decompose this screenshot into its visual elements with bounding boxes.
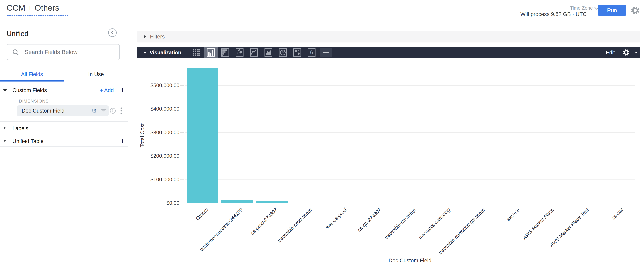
divider xyxy=(0,121,128,122)
more-options-icon xyxy=(322,48,330,57)
section-labels: Labels xyxy=(0,123,128,134)
chart-type-picker: 6 xyxy=(189,47,333,58)
x-axis-tick-label: aws-ce xyxy=(456,207,520,268)
expand-caret-icon[interactable] xyxy=(4,139,6,142)
page-title[interactable]: CCM + Others xyxy=(6,3,68,16)
viz-type-single-value[interactable]: 6 xyxy=(304,47,319,58)
app-root: CCM + Others Time Zone Will process 9.52… xyxy=(0,0,644,268)
section-label[interactable]: Custom Fields xyxy=(12,87,47,93)
info-icon[interactable] xyxy=(110,107,116,114)
expand-caret-icon xyxy=(144,35,146,38)
divider xyxy=(0,147,128,147)
y-axis-tick xyxy=(180,109,184,109)
search-icon xyxy=(12,49,20,56)
chevron-down-icon[interactable] xyxy=(635,52,638,54)
settings-gear-icon[interactable] xyxy=(630,6,640,15)
table-icon xyxy=(192,48,201,58)
x-axis-tick-label: ce-prod-274307 xyxy=(213,207,278,268)
visualization-settings-gear-icon[interactable] xyxy=(622,49,630,56)
area-chart-icon xyxy=(264,48,273,58)
collapse-caret-icon[interactable] xyxy=(3,89,7,91)
dimensions-group-label: DIMENSIONS xyxy=(19,98,48,104)
y-axis-tick xyxy=(180,156,184,156)
time-zone-label: Time Zone xyxy=(570,5,593,11)
chart-bar[interactable] xyxy=(256,201,288,203)
viz-type-bar-chart[interactable] xyxy=(204,47,218,58)
x-axis-tick-label: AWS Market Place xyxy=(490,207,555,268)
viz-type-horizontal-bar-chart[interactable] xyxy=(218,47,232,58)
svg-text:6: 6 xyxy=(310,49,313,56)
field-label: Doc Custom Field xyxy=(22,108,64,114)
gridline xyxy=(185,156,635,156)
y-axis-tick xyxy=(180,203,184,203)
search-input[interactable] xyxy=(24,45,116,60)
viz-type-scatter-plot[interactable] xyxy=(232,47,247,58)
divider xyxy=(0,133,128,133)
gridline xyxy=(185,180,635,180)
x-axis-tick-label: Others xyxy=(144,207,209,268)
horizontal-bar-chart-icon xyxy=(220,48,230,58)
section-unified-table: Unified Table 1 xyxy=(0,136,128,147)
gridline xyxy=(185,85,635,86)
viz-type-pie-chart[interactable] xyxy=(276,47,290,58)
x-axis-tick-label: customer-success-244100 xyxy=(178,207,244,268)
filters-panel-header[interactable]: Filters xyxy=(137,31,640,43)
time-zone-dropdown[interactable]: Time Zone xyxy=(570,5,599,11)
visualization-label[interactable]: Visualization xyxy=(150,50,181,56)
x-axis-tick-label: traceable-mirroring xyxy=(386,207,451,268)
map-icon xyxy=(292,48,302,58)
active-tab-underline xyxy=(0,80,64,81)
y-axis-title: Total Cost xyxy=(140,123,146,148)
kebab-menu-icon[interactable] xyxy=(120,107,122,115)
x-axis-tick-label: traceable-mirroring-qa-setup xyxy=(421,207,486,268)
run-button[interactable]: Run xyxy=(598,5,626,16)
gridline xyxy=(185,109,635,109)
x-axis-tick-label: ce-qa-274307 xyxy=(317,207,382,268)
line-chart-icon xyxy=(250,48,258,58)
scatter-plot-icon xyxy=(235,48,244,58)
viz-type-area-chart[interactable] xyxy=(261,47,276,58)
x-axis-title: Doc Custom Field xyxy=(388,257,432,264)
chart-bar[interactable] xyxy=(187,68,218,203)
single-value-icon: 6 xyxy=(307,48,316,58)
header: CCM + Others Time Zone Will process 9.52… xyxy=(0,0,644,23)
sidebar-title: Unified xyxy=(6,30,28,38)
bar-chart-icon xyxy=(206,48,216,58)
filters-label: Filters xyxy=(150,34,165,40)
x-axis-tick-label: ce-uat xyxy=(559,207,624,268)
x-axis-tick-label: aws-ce-prod xyxy=(282,207,348,268)
y-axis-tick xyxy=(180,132,184,133)
tab-all-fields[interactable]: All Fields xyxy=(0,68,64,81)
y-axis-tick xyxy=(180,85,184,86)
sidebar-tabs: All Fields In Use xyxy=(0,68,128,81)
edit-visualization-button[interactable]: Edit xyxy=(606,50,615,56)
gridline xyxy=(185,132,635,133)
section-label[interactable]: Unified Table xyxy=(12,138,44,145)
x-axis-tick-label: traceable-prod-setup xyxy=(248,207,313,268)
tab-in-use[interactable]: In Use xyxy=(64,68,128,81)
process-info: Will process 9.52 GB · UTC xyxy=(520,11,587,18)
filter-icon[interactable] xyxy=(100,107,106,114)
expand-caret-icon[interactable] xyxy=(4,126,6,129)
search-box xyxy=(6,44,120,60)
x-axis-tick-label: AWS Market Place Test xyxy=(524,207,590,268)
viz-type-more-options[interactable] xyxy=(319,47,333,58)
section-custom-fields: Custom Fields + Add 1 xyxy=(0,85,128,96)
visualization-toolbar: Visualization 6 Edit xyxy=(137,47,640,58)
section-count: 1 xyxy=(121,87,124,93)
section-label[interactable]: Labels xyxy=(12,125,28,131)
pivot-icon[interactable] xyxy=(91,107,98,114)
field-doc-custom-field[interactable]: Doc Custom Field xyxy=(17,105,109,116)
collapse-caret-icon[interactable] xyxy=(143,52,147,54)
viz-type-line-chart[interactable] xyxy=(247,47,261,58)
sidebar: Unified All Fields In Use Custom Fields … xyxy=(0,23,128,268)
viz-type-table[interactable] xyxy=(189,47,204,58)
chart-bar[interactable] xyxy=(222,200,253,203)
viz-type-map[interactable] xyxy=(290,47,304,58)
section-count: 1 xyxy=(121,138,124,145)
y-axis-tick xyxy=(180,180,184,180)
x-axis-tick-label: traceable-qa-setup xyxy=(352,207,416,268)
pie-chart-icon xyxy=(278,48,288,58)
add-custom-field-button[interactable]: + Add xyxy=(100,87,114,93)
collapse-sidebar-icon[interactable] xyxy=(108,28,117,37)
